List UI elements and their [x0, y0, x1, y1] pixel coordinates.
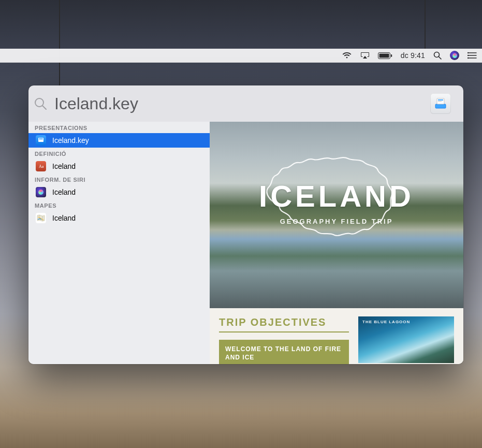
svg-rect-10 [435, 104, 446, 108]
result-maps-iceland[interactable]: Iceland [28, 211, 210, 225]
svg-line-9 [43, 106, 47, 110]
spotlight-search-input[interactable] [53, 94, 430, 114]
svg-rect-14 [438, 101, 442, 102]
slide-title: ICELAND [210, 179, 463, 213]
airplay-icon[interactable] [360, 49, 370, 62]
results-category-header: INFORM. DE SIRI [28, 174, 210, 185]
siri-menu-icon[interactable] [450, 49, 459, 62]
svg-point-7 [468, 57, 469, 59]
svg-text:Aa: Aa [39, 164, 44, 169]
svg-rect-13 [438, 99, 443, 100]
result-definition-iceland[interactable]: Aa Iceland [28, 159, 210, 174]
svg-point-8 [35, 98, 43, 107]
preview-slide-2: TRIP OBJECTIVES WELCOME TO THE LAND OF F… [210, 308, 463, 364]
slide2-heading: TRIP OBJECTIVES [219, 316, 349, 333]
spotlight-search-bar [28, 85, 463, 122]
result-siri-iceland[interactable]: Iceland [28, 185, 210, 199]
svg-line-4 [439, 57, 442, 60]
results-category-header: MAPES [28, 199, 210, 211]
spotlight-results-list: PRESENTACIONS Iceland.key DEFINICIÓ Aa I… [28, 122, 210, 364]
slide2-thumbnail-caption: THE BLUE LAGOON [362, 320, 410, 324]
result-label: Iceland [52, 188, 76, 196]
svg-rect-1 [379, 53, 389, 57]
spotlight-window: PRESENTACIONS Iceland.key DEFINICIÓ Aa I… [28, 85, 463, 364]
top-hit-app-icon [430, 93, 451, 114]
wifi-icon[interactable] [342, 49, 352, 62]
result-label: Iceland [52, 214, 76, 222]
slide2-callout-box: WELCOME TO THE LAND OF FIRE AND ICE [219, 340, 349, 364]
result-label: Iceland [52, 162, 76, 170]
dictionary-icon: Aa [36, 161, 46, 171]
svg-rect-16 [39, 138, 43, 139]
menu-bar: dc 9:41 [0, 49, 482, 63]
spotlight-preview-pane: ICELAND GEOGRAPHY FIELD TRIP TRIP OBJECT… [210, 122, 463, 364]
svg-point-6 [468, 55, 469, 56]
maps-icon [36, 213, 46, 223]
search-icon [34, 97, 47, 110]
svg-point-5 [468, 52, 469, 53]
results-category-header: PRESENTACIONS [28, 122, 210, 133]
results-category-header: DEFINICIÓ [28, 148, 210, 159]
slide2-thumbnail: THE BLUE LAGOON [358, 316, 454, 363]
callout-line [425, 0, 426, 50]
svg-rect-2 [391, 54, 392, 57]
notification-center-icon[interactable] [468, 49, 477, 62]
slide-subtitle: GEOGRAPHY FIELD TRIP [210, 218, 463, 225]
siri-icon [36, 187, 46, 197]
result-iceland-key[interactable]: Iceland.key [28, 133, 210, 148]
menu-bar-clock[interactable]: dc 9:41 [401, 49, 425, 62]
keynote-file-icon [36, 135, 46, 146]
result-label: Iceland.key [52, 136, 89, 144]
preview-slide-1: ICELAND GEOGRAPHY FIELD TRIP [210, 122, 463, 308]
battery-icon[interactable] [378, 49, 392, 62]
spotlight-menu-icon[interactable] [433, 49, 442, 62]
